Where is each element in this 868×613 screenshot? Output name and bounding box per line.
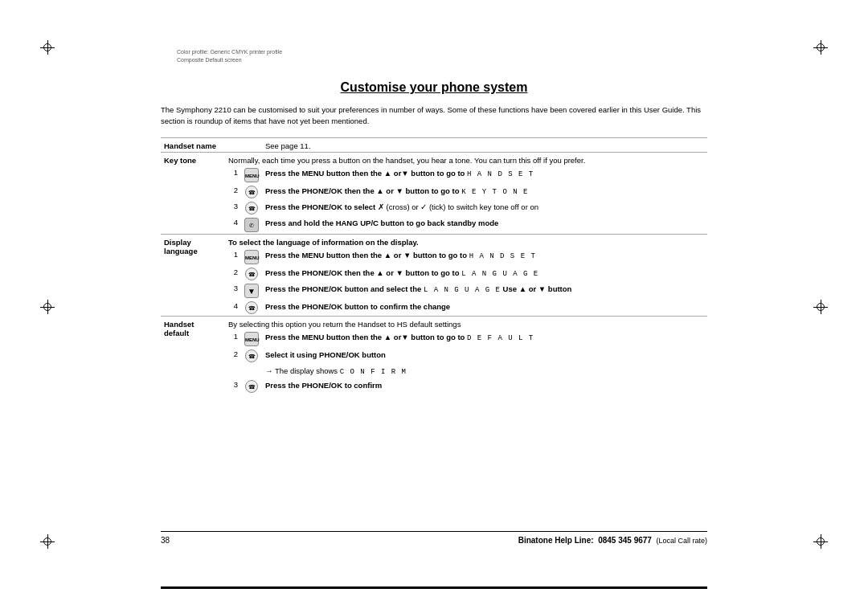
step-text-3: Press the PHONE/OK to select ✗ (cross) o… [262, 200, 707, 216]
keytone-step-4: 4 ✆ Press and hold the HANG UP/C button … [161, 216, 707, 235]
step-icon-phone4: ☎ [241, 300, 262, 317]
handsetdefault-step-2: 2 ☎ Select it using PHONE/OK button [161, 348, 707, 364]
table-row-keytone-header: Key tone Normally, each time you press a… [161, 152, 707, 166]
step-num: 4 [225, 216, 241, 235]
step-icon-none [241, 364, 262, 379]
keytone-step-3: 3 ☎ Press the PHONE/OK to select ✗ (cros… [161, 200, 707, 216]
step-icon-phone6: ☎ [241, 378, 262, 394]
step-text-hd-3: Press the PHONE/OK to confirm [262, 378, 707, 394]
reg-mark-br [813, 534, 828, 549]
table-row-handset-name: Handset name See page 11. [161, 137, 707, 152]
color-profile: Color profile: Generic CMYK printer prof… [177, 48, 282, 64]
step-num: 3 [225, 282, 241, 300]
step-icon-menu2: MENU [241, 248, 262, 266]
step-text-dl-2: Press the PHONE/OK then the ▲ or ▼ butto… [262, 266, 707, 282]
content-area: Customise your phone system The Symphony… [161, 80, 707, 533]
step-num: 1 [225, 248, 241, 266]
step-text-dl-1: Press the MENU button then the ▲ or ▼ bu… [262, 248, 707, 266]
step-icon-menu: MENU [241, 166, 262, 184]
section-label-displaylang: Displaylanguage [161, 234, 225, 316]
footer-help-note: (Local Call rate) [656, 537, 707, 545]
keytone-step-2: 2 ☎ Press the PHONE/OK then the ▲ or ▼ b… [161, 184, 707, 200]
handsetdefault-step-3: 3 ☎ Press the PHONE/OK to confirm [161, 378, 707, 394]
reg-mark-ml [40, 300, 55, 314]
keytone-step-1: 1 MENU Press the MENU button then the ▲ … [161, 166, 707, 184]
section-label-handsetdefault: Handsetdefault [161, 316, 225, 394]
step-icon-phone5: ☎ [241, 348, 262, 364]
menu-button-icon-3: MENU [244, 332, 259, 346]
footer: 38 Binatone Help Line: 0845 345 9677 (Lo… [161, 531, 707, 545]
intro-text: The Symphony 2210 can be customised to s… [161, 104, 707, 128]
step-text-hd-2: Select it using PHONE/OK button [262, 348, 707, 364]
step-text-hd-2b: → The display shows C O N F I R M [262, 364, 707, 379]
step-text-2: Press the PHONE/OK then the ▲ or ▼ butto… [262, 184, 707, 200]
footer-help: Binatone Help Line: 0845 345 9677 (Local… [518, 536, 707, 545]
step-num: 1 [225, 166, 241, 184]
section-label-keytone: Key tone [161, 152, 225, 234]
phone-button-icon-4: ☎ [245, 301, 258, 314]
step-num: 2 [225, 184, 241, 200]
displaylang-desc: To select the language of information on… [228, 238, 419, 247]
section-label-handset-name: Handset name [161, 137, 225, 152]
handsetdefault-step-1: 1 MENU Press the MENU button then the ▲ … [161, 330, 707, 348]
menu-button-icon-2: MENU [244, 250, 259, 264]
step-icon-phone2: ☎ [241, 200, 262, 216]
step-num [225, 364, 241, 379]
phone-button-icon-6: ☎ [245, 380, 258, 393]
displaylang-step-4: 4 ☎ Press the PHONE/OK button to confirm… [161, 300, 707, 317]
displaylang-step-2: 2 ☎ Press the PHONE/OK then the ▲ or ▼ b… [161, 266, 707, 282]
step-text-dl-3: Press the PHONE/OK button and select the… [262, 282, 707, 300]
handsetdefault-desc: By selecting this option you return the … [228, 320, 461, 329]
phone-button-icon-3: ☎ [245, 268, 258, 280]
table-row-displaylang-header: Displaylanguage To select the language o… [161, 234, 707, 248]
footer-help-number: 0845 345 9677 [598, 536, 652, 545]
step-icon-arrow: ▼ [241, 282, 262, 300]
step-icon-menu3: MENU [241, 330, 262, 348]
reg-mark-tl [40, 40, 55, 55]
step-text-dl-4: Press the PHONE/OK button to confirm the… [262, 300, 707, 317]
step-text-4: Press and hold the HANG UP/C button to g… [262, 216, 707, 235]
step-num: 2 [225, 348, 241, 364]
table-row-handsetdefault-header: Handsetdefault By selecting this option … [161, 316, 707, 330]
page-title: Customise your phone system [161, 80, 707, 96]
displaylang-step-3: 3 ▼ Press the PHONE/OK button and select… [161, 282, 707, 300]
reg-mark-bl [40, 534, 55, 549]
bottom-bar [161, 586, 707, 589]
phone-button-icon: ☎ [245, 186, 258, 198]
step-num: 3 [225, 200, 241, 216]
step-icon-phone3: ☎ [241, 266, 262, 282]
reg-mark-tr [813, 40, 828, 55]
step-text-hd-1: Press the MENU button then the ▲ or▼ but… [262, 330, 707, 348]
step-num: 3 [225, 378, 241, 394]
step-icon-phone: ☎ [241, 184, 262, 200]
step-num: 1 [225, 330, 241, 348]
main-table: Handset name See page 11. Key tone Norma… [161, 137, 707, 395]
hangup-button-icon: ✆ [244, 218, 259, 232]
arrow-down-button-icon: ▼ [244, 284, 259, 298]
footer-page-number: 38 [161, 536, 170, 545]
step-num: 2 [225, 266, 241, 282]
phone-button-icon-5: ☎ [245, 349, 258, 362]
menu-button-icon: MENU [244, 168, 259, 182]
footer-help-label: Binatone Help Line: [518, 536, 594, 545]
step-text-1: Press the MENU button then the ▲ or▼ but… [262, 166, 707, 184]
keytone-desc: Normally, each time you press a button o… [228, 156, 585, 165]
step-icon-hangup: ✆ [241, 216, 262, 235]
displaylang-step-1: 1 MENU Press the MENU button then the ▲ … [161, 248, 707, 266]
page-container: Color profile: Generic CMYK printer prof… [0, 0, 868, 613]
reg-mark-mr [813, 300, 828, 314]
handsetdefault-step-2b: → The display shows C O N F I R M [161, 364, 707, 379]
step-num: 4 [225, 300, 241, 317]
phone-button-icon-2: ☎ [245, 202, 258, 215]
